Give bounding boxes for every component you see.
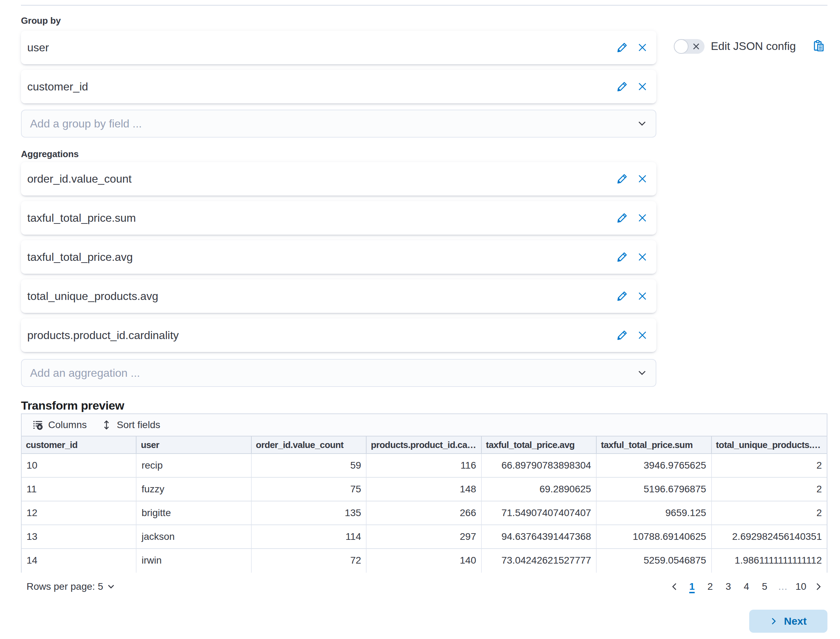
cell-total-unique-products-avg[interactable]: 2 (712, 478, 827, 501)
page-number-button[interactable]: … (774, 578, 792, 595)
pencil-icon[interactable] (616, 42, 628, 53)
cross-icon[interactable] (637, 291, 648, 302)
cell-total-unique-products-avg[interactable]: 2 (712, 454, 827, 477)
pencil-icon[interactable] (616, 330, 628, 341)
cell-products-cardinality[interactable]: 116 (367, 454, 481, 477)
cell-customer-id[interactable]: 13 (22, 525, 137, 548)
cell-total-unique-products-avg[interactable]: 2 (712, 501, 827, 525)
rows-per-page-button[interactable]: Rows per page: 5 (27, 581, 115, 592)
cell-taxful-price-avg[interactable]: 71.54907407407407 (482, 501, 597, 525)
cell-products-cardinality[interactable]: 297 (367, 525, 481, 548)
aggregation-item: taxful_total_price.avg (21, 240, 656, 274)
cell-taxful-price-avg[interactable]: 94.63764391447368 (482, 525, 597, 548)
toggle-knob (674, 39, 689, 54)
cell-user[interactable]: irwin (137, 549, 251, 573)
cell-taxful-price-sum[interactable]: 5196.6796875 (597, 478, 711, 501)
aggregation-item-actions (616, 291, 648, 302)
aggregation-item: taxful_total_price.sum (21, 201, 656, 235)
chevron-right-icon (814, 582, 823, 591)
cell-customer-id[interactable]: 14 (22, 549, 137, 573)
sort-icon (101, 420, 112, 430)
top-divider (21, 5, 827, 6)
grid-header-cell[interactable]: order_id.value_count (252, 437, 367, 453)
cell-total-unique-products-avg[interactable]: 1.9861111111111112 (712, 549, 827, 573)
cell-total-unique-products-avg[interactable]: 2.692982456140351 (712, 525, 827, 548)
pencil-icon[interactable] (616, 291, 628, 302)
next-page-button[interactable] (810, 578, 827, 595)
cell-order-id-value-count[interactable]: 114 (252, 525, 367, 548)
cell-taxful-price-sum[interactable]: 3946.9765625 (597, 454, 711, 477)
page-number-button[interactable]: 1 (683, 578, 701, 595)
cell-taxful-price-avg[interactable]: 69.2890625 (482, 478, 597, 501)
edit-json-toggle[interactable] (674, 39, 705, 54)
chevron-down-icon (637, 369, 646, 377)
page-number-button[interactable]: 5 (756, 578, 774, 595)
aggregation-item-label: products.product_id.cardinality (27, 329, 616, 342)
cell-products-cardinality[interactable]: 266 (367, 501, 481, 525)
sort-fields-button[interactable]: Sort fields (101, 420, 160, 431)
sort-fields-button-label: Sort fields (117, 420, 160, 431)
cell-taxful-price-sum[interactable]: 9659.125 (597, 501, 711, 525)
pencil-icon[interactable] (616, 251, 628, 262)
table-row: 10 recip 59 116 66.89790783898304 3946.9… (22, 454, 827, 478)
table-row: 12 brigitte 135 266 71.54907407407407 96… (22, 501, 827, 525)
cell-user[interactable]: jackson (137, 525, 251, 548)
group-by-label: Group by (21, 15, 61, 26)
cross-icon[interactable] (637, 212, 648, 224)
add-group-by-select[interactable]: Add a group by field ... (21, 110, 656, 138)
page-number-button[interactable]: 2 (701, 578, 719, 595)
grid-header-cell[interactable]: total_unique_products.avg (712, 437, 827, 453)
group-by-item-actions (616, 42, 648, 53)
cell-customer-id[interactable]: 11 (22, 478, 137, 501)
cell-order-id-value-count[interactable]: 135 (252, 501, 367, 525)
cell-order-id-value-count[interactable]: 75 (252, 478, 367, 501)
cell-user[interactable]: fuzzy (137, 478, 251, 501)
page-number-button[interactable]: 3 (719, 578, 737, 595)
next-step-button[interactable]: Next (749, 610, 827, 633)
grid-header-cell[interactable]: taxful_total_price.sum (597, 437, 711, 453)
grid-header-cell[interactable]: user (137, 437, 251, 453)
aggregation-item: products.product_id.cardinality (21, 318, 656, 352)
cell-user[interactable]: brigitte (137, 501, 251, 525)
cell-customer-id[interactable]: 12 (22, 501, 137, 525)
cross-icon[interactable] (637, 251, 648, 262)
cell-order-id-value-count[interactable]: 72 (252, 549, 367, 573)
edit-json-row: Edit JSON config (674, 39, 827, 54)
cell-products-cardinality[interactable]: 140 (367, 549, 481, 573)
cell-order-id-value-count[interactable]: 59 (252, 454, 367, 477)
rows-per-page-label: Rows per page: 5 (27, 581, 103, 592)
cell-user[interactable]: recip (137, 454, 251, 477)
pencil-icon[interactable] (616, 81, 628, 92)
chevron-down-icon (637, 119, 646, 128)
cell-products-cardinality[interactable]: 148 (367, 478, 481, 501)
cross-icon[interactable] (637, 42, 648, 53)
columns-button-label: Columns (48, 420, 87, 431)
add-aggregation-select[interactable]: Add an aggregation ... (21, 359, 656, 387)
grid-header-cell[interactable]: customer_id (22, 437, 137, 453)
copy-clipboard-icon[interactable] (813, 40, 825, 52)
cell-taxful-price-avg[interactable]: 66.89790783898304 (482, 454, 597, 477)
page-number-button[interactable]: 10 (792, 578, 810, 595)
preview-title: Transform preview (21, 399, 124, 412)
grid-body: 10 recip 59 116 66.89790783898304 3946.9… (22, 454, 827, 573)
transform-wizard-page: Group by user (0, 0, 840, 639)
chevron-left-icon (670, 582, 679, 591)
cell-customer-id[interactable]: 10 (22, 454, 137, 477)
grid-header-cell[interactable]: taxful_total_price.avg (482, 437, 597, 453)
cross-icon[interactable] (637, 173, 648, 184)
cell-taxful-price-avg[interactable]: 73.04242621527777 (482, 549, 597, 573)
cell-taxful-price-sum[interactable]: 10788.69140625 (597, 525, 711, 548)
group-by-item-label: customer_id (27, 80, 616, 93)
page-number-button[interactable]: 4 (737, 578, 756, 595)
pencil-icon[interactable] (616, 173, 628, 184)
group-by-list: user (21, 31, 656, 109)
cross-icon[interactable] (637, 330, 648, 341)
columns-button[interactable]: Columns (33, 420, 87, 431)
cross-icon[interactable] (637, 81, 648, 92)
grid-header-cell[interactable]: products.product_id.cardinality (367, 437, 481, 453)
table-row: 14 irwin 72 140 73.04242621527777 5259.0… (22, 549, 827, 573)
previous-page-button[interactable] (666, 578, 683, 595)
cell-taxful-price-sum[interactable]: 5259.0546875 (597, 549, 711, 573)
pencil-icon[interactable] (616, 212, 628, 224)
page-buttons: 1 2 3 4 5 … 10 (683, 578, 810, 595)
